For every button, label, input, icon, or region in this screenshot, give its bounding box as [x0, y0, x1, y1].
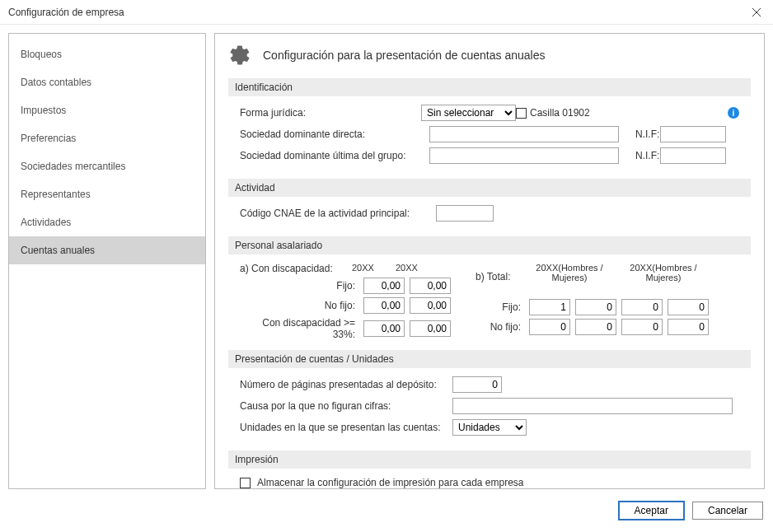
sidebar-item-representantes[interactable]: Representantes [9, 180, 205, 208]
unidades-select[interactable]: Unidades [452, 419, 527, 436]
sidebar: Bloqueos Datos contables Impuestos Prefe… [8, 33, 206, 489]
soc-dom-ultima-label: Sociedad dominante última del grupo: [240, 150, 429, 161]
a-fijo-2[interactable] [410, 278, 451, 294]
footer: Aceptar Cancelar [0, 497, 773, 524]
nif-label-2: N.I.F: [635, 150, 660, 161]
paginas-label: Número de páginas presentadas al depósit… [240, 379, 446, 390]
section-personal-head: Personal asalariado [228, 236, 751, 254]
page-title: Configuración para la presentación de cu… [263, 49, 545, 62]
dialog-body: Bloqueos Datos contables Impuestos Prefe… [0, 25, 773, 497]
hm-header-1: 20XX(Hombres / Mujeres) [525, 263, 614, 282]
disc33-label: Con discapacidad >= 33%: [240, 317, 355, 340]
section-actividad: Código CNAE de la actividad principal: [228, 205, 751, 236]
soc-dom-ultima-input[interactable] [429, 147, 619, 164]
b-fijo-4[interactable] [668, 299, 709, 315]
personal-b-label: b) Total: [476, 271, 525, 282]
forma-juridica-label: Forma jurídica: [240, 107, 421, 119]
sidebar-item-bloqueos[interactable]: Bloqueos [9, 40, 205, 68]
b-nofijo-1[interactable] [529, 319, 570, 335]
section-identificacion-head: Identificación [228, 78, 751, 96]
window-title: Configuración de empresa [8, 7, 124, 18]
personal-a-label: a) Con discapacidad: [240, 263, 347, 274]
b-nofijo-4[interactable] [668, 319, 709, 335]
close-icon [752, 8, 761, 16]
section-presentacion-head: Presentación de cuentas / Unidades [228, 350, 751, 368]
unidades-label: Unidades en la que se presentan las cuen… [240, 422, 446, 433]
nofijo-label-a: No fijo: [240, 300, 355, 311]
section-identificacion: Forma jurídica: Sin seleccionar Casilla … [228, 105, 751, 179]
cancel-button[interactable]: Cancelar [692, 502, 763, 520]
paginas-input[interactable] [452, 376, 502, 393]
a-disc33-1[interactable] [363, 320, 405, 337]
a-nofijo-1[interactable] [363, 297, 405, 314]
a-nofijo-2[interactable] [410, 297, 451, 314]
b-fijo-2[interactable] [575, 299, 616, 315]
content-panel: Configuración para la presentación de cu… [214, 33, 765, 489]
close-button[interactable] [747, 2, 766, 22]
casilla-01902-checkbox[interactable] [516, 108, 527, 119]
sidebar-item-impuestos[interactable]: Impuestos [9, 96, 205, 124]
causa-label: Causa por la que no figuran cifras: [240, 400, 446, 412]
section-personal: a) Con discapacidad: 20XX 20XX Fijo: [228, 263, 751, 350]
cnae-label: Código CNAE de la actividad principal: [240, 208, 429, 219]
section-presentacion: Número de páginas presentadas al depósit… [228, 376, 751, 450]
nif-input-2[interactable] [660, 147, 726, 164]
personal-col1: 20XX [352, 263, 374, 273]
personal-col2: 20XX [396, 263, 418, 273]
hm-header-2: 20XX(Hombres / Mujeres) [619, 263, 708, 282]
a-disc33-2[interactable] [410, 320, 451, 337]
b-nofijo-3[interactable] [621, 319, 663, 335]
section-actividad-head: Actividad [228, 179, 751, 197]
almacenar-label: Almacenar la configuración de impresión … [257, 477, 524, 488]
gear-icon [228, 44, 251, 67]
sidebar-item-cuentas-anuales[interactable]: Cuentas anuales [9, 236, 205, 264]
accept-button[interactable]: Aceptar [619, 502, 684, 520]
a-fijo-1[interactable] [363, 278, 405, 294]
forma-juridica-select[interactable]: Sin seleccionar [421, 105, 516, 121]
titlebar: Configuración de empresa [0, 0, 773, 25]
nif-input-1[interactable] [660, 126, 726, 142]
sidebar-item-datos-contables[interactable]: Datos contables [9, 68, 205, 96]
section-impresion-head: Impresión [228, 450, 751, 469]
causa-input[interactable] [452, 398, 733, 414]
section-impresion: Almacenar la configuración de impresión … [228, 477, 751, 489]
nif-label-1: N.I.F: [635, 128, 660, 140]
fijo-label-b: Fijo: [476, 301, 521, 313]
b-fijo-1[interactable] [529, 299, 570, 315]
casilla-01902-label: Casilla 01902 [530, 107, 719, 119]
almacenar-checkbox[interactable] [240, 478, 251, 488]
sidebar-item-preferencias[interactable]: Preferencias [9, 124, 205, 152]
sidebar-item-actividades[interactable]: Actividades [9, 208, 205, 236]
b-nofijo-2[interactable] [575, 319, 616, 335]
sidebar-item-sociedades[interactable]: Sociedades mercantiles [9, 152, 205, 180]
nofijo-label-b: No fijo: [476, 321, 521, 333]
soc-dom-directa-label: Sociedad dominante directa: [240, 128, 429, 140]
content-header: Configuración para la presentación de cu… [228, 44, 751, 67]
cnae-input[interactable] [436, 205, 494, 222]
info-icon[interactable]: i [728, 107, 739, 119]
soc-dom-directa-input[interactable] [429, 126, 619, 142]
fijo-label-a: Fijo: [240, 280, 355, 292]
b-fijo-3[interactable] [621, 299, 663, 315]
